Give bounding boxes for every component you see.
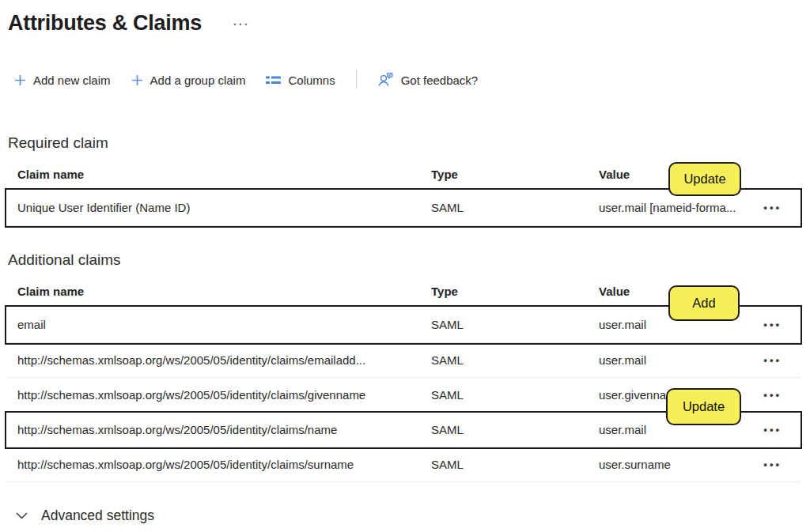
col-header-claim-name: Claim name — [17, 285, 431, 298]
annotation-update-name-claim: Update — [666, 388, 741, 425]
claim-value-cell: user.surname — [599, 458, 761, 471]
claim-value-cell: user.mail — [599, 353, 761, 367]
annotation-add-email-claim: Add — [668, 285, 740, 321]
claim-name-cell: http://schemas.xmlsoap.org/ws/2005/05/id… — [17, 388, 431, 402]
claim-row-surname[interactable]: http://schemas.xmlsoap.org/ws/2005/05/id… — [6, 447, 801, 482]
claim-name-cell: email — [17, 318, 431, 331]
add-group-claim-button[interactable]: Add a group claim — [131, 74, 246, 87]
claim-value-cell: user.mail [nameid-forma... — [599, 201, 761, 214]
advanced-settings-toggle[interactable]: Advanced settings — [16, 507, 810, 524]
toolbar: Add new claim Add a group claim Columns — [14, 68, 810, 92]
col-header-type: Type — [431, 168, 599, 181]
claim-row-emailaddress[interactable]: http://schemas.xmlsoap.org/ws/2005/05/id… — [6, 343, 801, 378]
add-group-claim-label: Add a group claim — [150, 74, 246, 87]
plus-icon — [131, 74, 143, 86]
col-header-claim-name: Claim name — [17, 168, 431, 181]
col-header-type: Type — [431, 285, 599, 298]
claim-type-cell: SAML — [431, 353, 599, 367]
claim-name-cell: http://schemas.xmlsoap.org/ws/2005/05/id… — [17, 353, 431, 367]
page-title: Attributes & Claims — [8, 9, 202, 36]
claim-type-cell: SAML — [431, 201, 599, 214]
columns-label: Columns — [288, 74, 335, 87]
claim-type-cell: SAML — [431, 388, 599, 402]
page-more-menu-icon[interactable]: ··· — [233, 17, 250, 31]
row-context-menu-icon[interactable]: ••• — [761, 389, 801, 401]
toolbar-divider — [356, 70, 357, 89]
section-heading-required-claim: Required claim — [8, 133, 810, 153]
claim-name-cell: http://schemas.xmlsoap.org/ws/2005/05/id… — [17, 458, 431, 471]
row-context-menu-icon[interactable]: ••• — [761, 202, 801, 213]
got-feedback-button[interactable]: Got feedback? — [377, 72, 479, 88]
chevron-down-icon — [16, 512, 28, 519]
row-context-menu-icon[interactable]: ••• — [761, 319, 801, 330]
advanced-settings-label: Advanced settings — [41, 507, 154, 524]
row-context-menu-icon[interactable]: ••• — [761, 354, 801, 366]
columns-icon — [266, 75, 281, 85]
claim-name-cell: Unique User Identifier (Name ID) — [17, 201, 431, 214]
got-feedback-label: Got feedback? — [401, 74, 479, 87]
claim-type-cell: SAML — [431, 423, 599, 436]
claim-type-cell: SAML — [431, 458, 599, 471]
row-context-menu-icon[interactable]: ••• — [761, 424, 801, 436]
plus-icon — [14, 74, 26, 86]
add-new-claim-label: Add new claim — [33, 74, 111, 87]
claim-name-cell: http://schemas.xmlsoap.org/ws/2005/05/id… — [17, 423, 431, 436]
annotation-update-required-claim: Update — [668, 162, 741, 196]
row-context-menu-icon[interactable]: ••• — [761, 458, 801, 470]
section-heading-additional-claims: Additional claims — [8, 250, 810, 270]
add-new-claim-button[interactable]: Add new claim — [14, 74, 111, 87]
columns-button[interactable]: Columns — [266, 74, 335, 87]
claim-type-cell: SAML — [431, 318, 599, 331]
page-header: Attributes & Claims ··· — [0, 0, 810, 36]
attributes-claims-page: Attributes & Claims ··· Add new claim Ad… — [0, 0, 810, 532]
feedback-icon — [377, 72, 394, 88]
